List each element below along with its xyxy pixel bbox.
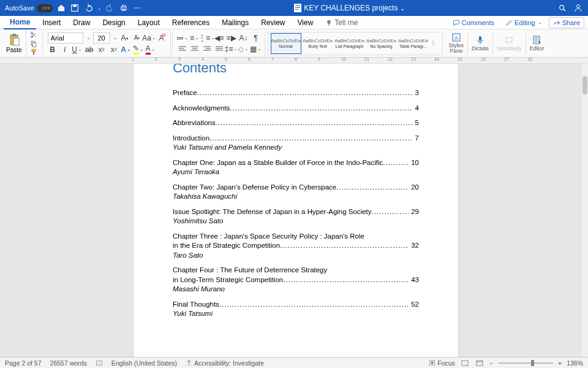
font-name-select[interactable] [48, 33, 83, 44]
style-no-spacing[interactable]: AaBbCcDdEeNo Spacing [366, 33, 397, 54]
zoom-in-button[interactable]: + [558, 359, 562, 367]
zoom-slider-thumb[interactable] [531, 360, 534, 366]
decrease-indent-icon[interactable]: ◀≡ [214, 33, 224, 43]
svg-point-11 [577, 5, 580, 8]
copy-icon[interactable] [29, 40, 39, 47]
font-size-select[interactable] [93, 33, 110, 44]
font-color-icon[interactable]: A⌄ [146, 45, 156, 55]
accessibility-icon [186, 359, 192, 366]
chevron-down-icon[interactable]: ⌄ [86, 35, 91, 40]
undo-dropdown-icon[interactable]: ⌄ [97, 6, 102, 11]
sort-icon[interactable]: A↓ [239, 33, 249, 43]
line-spacing-icon[interactable]: ‡≡⌄ [227, 44, 236, 54]
autosave-switch[interactable]: OFF [37, 4, 53, 12]
page-indicator[interactable]: Page 2 of 57 [5, 359, 42, 367]
ruler[interactable] [0, 58, 588, 64]
paste-button[interactable]: Paste [6, 34, 22, 53]
format-painter-icon[interactable] [29, 48, 39, 56]
tab-review[interactable]: Review [255, 17, 291, 29]
superscript-button[interactable]: x2 [109, 45, 119, 55]
svg-rect-12 [328, 25, 330, 25]
svg-rect-45 [477, 361, 483, 366]
zoom-slider[interactable] [498, 362, 553, 364]
styles-pane-button[interactable]: A Styles Pane [445, 33, 468, 54]
word-count[interactable]: 26557 words [50, 359, 87, 367]
focus-mode-button[interactable]: Focus [429, 359, 455, 367]
tab-view[interactable]: View [292, 17, 320, 29]
clear-format-icon[interactable]: A⊘ [157, 33, 167, 43]
shrink-font-icon[interactable]: A▾ [132, 33, 142, 43]
style-body-text[interactable]: AaBbCcDdEeBody Text [303, 33, 333, 54]
tell-me[interactable]: Tell me [319, 17, 364, 29]
chevron-down-icon[interactable]: ⌄ [113, 35, 118, 40]
cut-icon[interactable] [29, 31, 39, 39]
accessibility-indicator[interactable]: Accessibility: Investigate [186, 359, 264, 367]
scrollbar-thumb[interactable] [582, 76, 587, 94]
home-icon[interactable] [56, 3, 66, 13]
web-layout-view-icon[interactable] [475, 359, 484, 367]
svg-rect-37 [479, 36, 481, 41]
language-indicator[interactable]: English (United States) [111, 359, 177, 367]
bullets-icon[interactable]: ≔⌄ [178, 33, 187, 43]
grow-font-icon[interactable]: A▴ [120, 33, 130, 43]
toc-title: Issue Spotlight: The Defense of Japan in… [173, 207, 372, 217]
tab-design[interactable]: Design [96, 17, 131, 29]
svg-rect-6 [295, 6, 300, 6]
editor-button[interactable]: Editor [526, 35, 548, 52]
undo-icon[interactable] [83, 3, 93, 13]
align-left-icon[interactable] [178, 44, 187, 54]
zoom-level[interactable]: 136% [567, 359, 583, 367]
tab-draw[interactable]: Draw [67, 17, 96, 29]
save-icon[interactable] [70, 3, 80, 13]
tab-layout[interactable]: Layout [132, 17, 166, 29]
tab-home[interactable]: Home [4, 16, 36, 29]
strikethrough-button[interactable]: ab [85, 45, 94, 55]
style-table-paragraph[interactable]: AaBbCcDdEeTable Paragr... [398, 33, 429, 54]
toc-title: Chapter Four : The Future of Deterrence … [173, 266, 327, 275]
tab-insert[interactable]: Insert [36, 17, 67, 29]
dictate-button[interactable]: Dictate [468, 35, 492, 52]
tab-references[interactable]: References [166, 17, 216, 29]
bold-button[interactable]: B [48, 45, 58, 55]
share-icon [553, 19, 560, 26]
style-list-paragraph[interactable]: AaBbCcDdEeList Paragraph [334, 33, 365, 54]
borders-icon[interactable]: ▦⌄ [251, 44, 261, 54]
autosave-toggle[interactable]: AutoSave OFF [5, 4, 53, 12]
svg-rect-43 [431, 361, 434, 364]
italic-button[interactable]: I [60, 45, 70, 55]
search-icon[interactable] [557, 3, 567, 13]
redo-icon[interactable] [105, 3, 115, 13]
align-right-icon[interactable] [202, 44, 212, 54]
vertical-scrollbar[interactable] [582, 64, 588, 357]
justify-icon[interactable] [214, 44, 224, 54]
text-effects-icon[interactable]: A⌄ [121, 45, 131, 55]
underline-button[interactable]: U⌄ [72, 45, 82, 55]
more-icon[interactable]: ⋯ [132, 3, 142, 13]
shading-icon[interactable]: ◇⌄ [239, 44, 249, 54]
comments-button[interactable]: Comments [448, 17, 499, 28]
style-normal[interactable]: AaBbCcDdEeNormal [271, 33, 301, 54]
show-marks-icon[interactable]: ¶ [251, 33, 261, 43]
print-layout-view-icon[interactable] [460, 359, 470, 367]
change-case-icon[interactable]: Aa⌄ [145, 33, 154, 43]
editing-button[interactable]: Editing ⌄ [501, 17, 546, 28]
toc-author: Taro Sato [173, 251, 419, 261]
styles-more-icon[interactable]: 〉 [430, 39, 440, 48]
document-title[interactable]: KEY CHALLENGES projects ⌄ [142, 4, 557, 12]
document-page[interactable]: Contents Preface .......................… [134, 64, 458, 357]
toc-page: 52 [411, 300, 419, 310]
align-center-icon[interactable] [190, 44, 200, 54]
highlight-icon[interactable]: ✎⌄ [134, 45, 143, 55]
chevron-down-icon[interactable]: ⌄ [400, 5, 405, 12]
print-icon[interactable] [119, 3, 129, 13]
increase-indent-icon[interactable]: ≡▶ [227, 33, 236, 43]
account-icon[interactable] [573, 3, 583, 13]
zoom-out-button[interactable]: − [489, 359, 493, 367]
tab-mailings[interactable]: Mailings [216, 17, 255, 29]
share-button[interactable]: Share [549, 17, 584, 28]
subscript-button[interactable]: x2 [97, 45, 107, 55]
toc-author: Takahisa Kawaguchi [173, 192, 419, 202]
spellcheck-icon[interactable] [96, 359, 103, 367]
toc-page: 29 [411, 207, 419, 217]
multilevel-icon[interactable]: ⋮≡⌄ [202, 33, 212, 43]
